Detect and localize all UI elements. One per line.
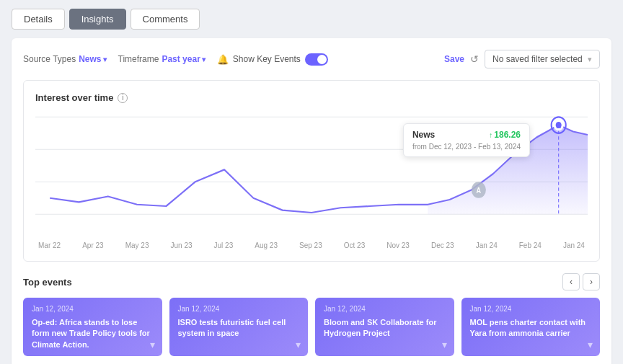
chart-title-text: Interest over time [35, 92, 113, 103]
chart-title-row: Interest over time i [35, 92, 588, 103]
event-date-0: Jan 12, 2024 [32, 305, 154, 313]
timeframe-chevron-icon: ▾ [202, 56, 206, 63]
show-events-toggle[interactable] [305, 53, 328, 66]
chart-container: A A News ↑ 186.26 [35, 109, 588, 239]
x-label-4: Jul 23 [214, 241, 234, 249]
expand-icon-0: ▾ [150, 339, 155, 350]
chart-section: Interest over time i [23, 80, 600, 262]
tooltip-date: from Dec 12, 2023 - Feb 13, 2024 [412, 143, 521, 151]
nav-arrows: ‹ › [562, 273, 600, 290]
tab-insights[interactable]: Insights [69, 9, 126, 30]
event-title-3: MOL pens charter contact with Yara from … [470, 317, 592, 339]
expand-icon-3: ▾ [588, 339, 593, 350]
show-events-label: Show Key Events [233, 54, 301, 64]
expand-icon-1: ▾ [296, 339, 301, 350]
event-date-1: Jan 12, 2024 [178, 305, 300, 313]
x-label-9: Dec 23 [431, 241, 454, 249]
tab-details[interactable]: Details [12, 9, 65, 30]
filter-bar: Source Types News ▾ Timeframe Past year … [23, 50, 600, 68]
x-label-11: Feb 24 [519, 241, 542, 249]
next-arrow-button[interactable]: › [583, 273, 600, 290]
timeframe-value[interactable]: Past year ▾ [162, 54, 205, 64]
x-label-2: May 23 [125, 241, 149, 249]
source-types-filter: Source Types News ▾ [23, 54, 107, 64]
x-label-6: Sep 23 [299, 241, 322, 249]
saved-filter-label: No saved filter selected [492, 54, 583, 64]
event-title-2: Bloom and SK Collaborate for Hydrogen Pr… [324, 317, 446, 339]
tooltip-value: 186.26 [494, 130, 521, 140]
list-item[interactable]: Jan 12, 2024 ISRO tests futuristic fuel … [169, 298, 309, 356]
tab-comments[interactable]: Comments [131, 9, 200, 30]
list-item[interactable]: Jan 12, 2024 Bloom and SK Collaborate fo… [315, 298, 454, 356]
source-types-label: Source Types [23, 54, 76, 64]
top-events-header: Top events ‹ › [23, 273, 600, 290]
event-date-2: Jan 12, 2024 [324, 305, 446, 313]
x-label-12: Jan 24 [563, 241, 585, 249]
x-label-7: Oct 23 [344, 241, 365, 249]
x-label-5: Aug 23 [255, 241, 278, 249]
main-panel: Source Types News ▾ Timeframe Past year … [12, 38, 611, 364]
timeframe-filter: Timeframe Past year ▾ [118, 54, 206, 64]
bell-icon: 🔔 [217, 54, 229, 65]
tooltip-header: News ↑ 186.26 [412, 130, 521, 140]
source-chevron-icon: ▾ [103, 56, 107, 63]
prev-arrow-button[interactable]: ‹ [562, 273, 580, 290]
event-title-1: ISRO tests futuristic fuel cell system i… [178, 317, 300, 339]
info-icon[interactable]: i [118, 93, 128, 103]
show-events-group: 🔔 Show Key Events [217, 53, 328, 66]
save-button[interactable]: Save [444, 54, 464, 64]
chart-tooltip: News ↑ 186.26 from Dec 12, 2023 - Feb 13… [403, 123, 530, 157]
source-types-value[interactable]: News ▾ [79, 54, 106, 64]
tab-bar: Details Insights Comments [0, 0, 623, 38]
x-axis-labels: Mar 22 Apr 23 May 23 Jun 23 Jul 23 Aug 2… [35, 241, 588, 249]
timeframe-label: Timeframe [118, 54, 159, 64]
x-label-8: Nov 23 [386, 241, 410, 249]
list-item[interactable]: Jan 12, 2024 Op-ed: Africa stands to los… [23, 298, 162, 356]
x-label-0: Mar 22 [38, 241, 61, 249]
list-item[interactable]: Jan 12, 2024 MOL pens charter contact wi… [461, 298, 601, 356]
dropdown-chevron-icon: ▾ [588, 55, 592, 64]
saved-filter-dropdown[interactable]: No saved filter selected ▾ [485, 50, 600, 68]
x-label-10: Jan 24 [476, 241, 498, 249]
svg-text:A: A [477, 187, 482, 195]
x-label-3: Jun 23 [170, 241, 192, 249]
reset-button[interactable]: ↺ [470, 53, 479, 65]
x-label-1: Apr 23 [82, 241, 103, 249]
event-date-3: Jan 12, 2024 [470, 305, 592, 313]
event-title-0: Op-ed: Africa stands to lose form new Tr… [32, 317, 154, 350]
expand-icon-2: ▾ [442, 339, 447, 350]
top-events-title: Top events [23, 277, 72, 288]
tooltip-source: News [412, 130, 435, 140]
events-grid: Jan 12, 2024 Op-ed: Africa stands to los… [23, 298, 600, 356]
tooltip-arrow-icon: ↑ [489, 131, 492, 139]
filter-right: Save ↺ No saved filter selected ▾ [444, 50, 600, 68]
